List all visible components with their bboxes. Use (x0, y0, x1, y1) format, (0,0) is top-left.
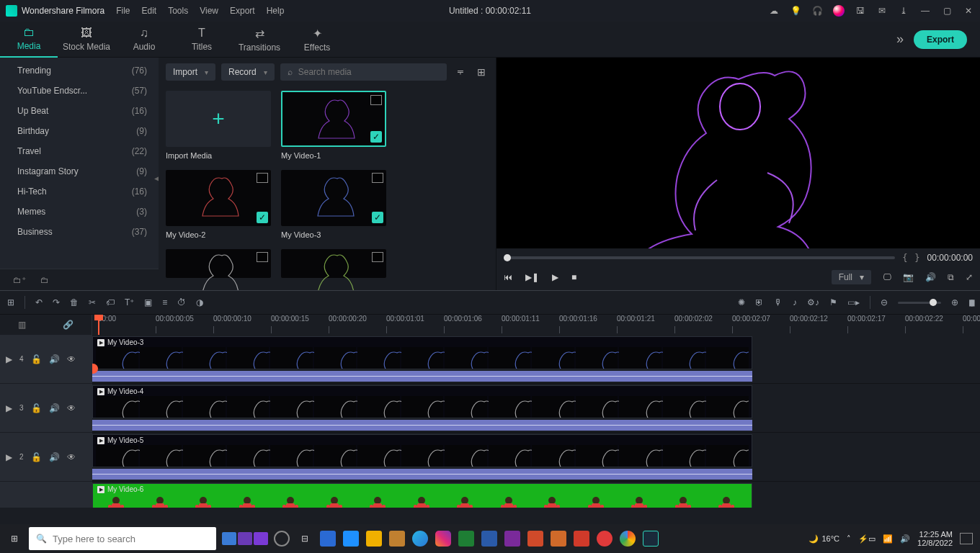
visibility-icon[interactable]: 👁 (67, 354, 76, 364)
wifi-icon[interactable]: 📶 (883, 534, 893, 544)
filter-icon[interactable]: ⫧ (453, 66, 468, 78)
cloud-icon[interactable]: ☁ (768, 5, 780, 17)
store-icon[interactable] (389, 531, 405, 547)
save-icon[interactable]: 🖫 (855, 5, 866, 17)
sidebar-item[interactable]: YouTube Endscr...(57) (0, 81, 159, 101)
scrub-track[interactable] (504, 256, 895, 259)
lock-icon[interactable]: 🔓 (31, 452, 42, 462)
mute-icon[interactable]: 🔊 (49, 403, 60, 413)
mixer-icon[interactable]: ⚙♪ (807, 297, 819, 307)
instagram-icon[interactable] (435, 531, 451, 547)
track-toggle-icon[interactable]: ▶ (6, 354, 12, 364)
equalizer-icon[interactable]: ≡ (162, 297, 167, 307)
zoom-slider[interactable] (898, 302, 941, 304)
visibility-icon[interactable]: 👁 (67, 403, 76, 413)
search-input[interactable] (298, 67, 440, 77)
sidebar-item[interactable]: Business(37) (0, 222, 159, 242)
import-dropdown[interactable]: Import ▾ (166, 63, 215, 81)
track-body[interactable]: ▶My Video-3 (92, 335, 980, 384)
edge-icon[interactable] (412, 531, 428, 547)
stop-icon[interactable]: ■ (571, 272, 576, 282)
step-back-icon[interactable]: ⏮ (504, 272, 512, 282)
more-panels-icon[interactable]: » (896, 32, 904, 47)
maximize-icon[interactable]: ▢ (941, 5, 953, 17)
message-icon[interactable]: ✉ (876, 5, 888, 17)
tab-audio[interactable]: ♫ Audio (115, 27, 173, 52)
link-icon[interactable]: 🔗 (63, 320, 74, 330)
tips-icon[interactable]: 💡 (790, 5, 801, 17)
close-icon[interactable]: ✕ (963, 5, 974, 17)
play-icon[interactable]: ▶ (552, 272, 558, 282)
taskbar-pin[interactable] (238, 532, 252, 545)
taskbar-pin[interactable] (254, 532, 268, 545)
cut-icon[interactable]: ✂ (89, 297, 96, 307)
visibility-icon[interactable]: 👁 (67, 452, 76, 462)
delete-icon[interactable]: 🗑 (70, 297, 79, 307)
taskbar-search-input[interactable] (53, 534, 209, 544)
media-thumbnail[interactable] (166, 249, 271, 278)
undo-icon[interactable]: ↶ (35, 297, 43, 307)
shield-icon[interactable]: ⛨ (755, 297, 764, 307)
lock-icon[interactable]: 🔓 (31, 354, 42, 364)
download-icon[interactable]: ⤓ (898, 5, 909, 17)
text-add-icon[interactable]: T⁺ (125, 297, 134, 307)
menu-tools[interactable]: Tools (168, 6, 188, 16)
account-avatar-icon[interactable] (833, 5, 845, 17)
track-toggle-icon[interactable]: ▶ (6, 452, 12, 462)
minimize-icon[interactable]: ― (919, 5, 931, 17)
music-icon[interactable]: ♪ (793, 297, 797, 307)
speed-icon[interactable]: ⏱ (177, 297, 186, 307)
tab-media[interactable]: 🗀 Media (0, 22, 58, 58)
track-body[interactable]: ▶My Video-5 (92, 433, 980, 482)
display-icon[interactable]: 🖵 (883, 272, 891, 282)
export-button[interactable]: Export (914, 30, 967, 49)
menu-file[interactable]: File (116, 6, 130, 16)
color-icon[interactable]: ◑ (196, 297, 203, 307)
sidebar-item[interactable]: Travel(22) (0, 141, 159, 161)
powerpoint-icon[interactable] (574, 531, 589, 547)
explorer-icon[interactable] (366, 531, 382, 547)
collapse-sidebar-icon[interactable]: ◀ (154, 174, 159, 182)
menu-edit[interactable]: Edit (142, 6, 157, 16)
menu-help[interactable]: Help (267, 6, 285, 16)
audio-strip[interactable] (92, 371, 752, 382)
task-view-icon[interactable]: ⊟ (297, 531, 313, 547)
media-thumbnail[interactable]: ✓My Video-2 (166, 170, 271, 239)
timeline-clip[interactable]: ▶My Video-6 (92, 483, 752, 508)
zoom-out-icon[interactable]: ⊖ (881, 297, 888, 307)
playhead[interactable] (98, 315, 99, 335)
lock-icon[interactable]: 🔓 (31, 403, 42, 413)
menu-view[interactable]: View (200, 6, 218, 16)
sidebar-item[interactable]: Memes(3) (0, 202, 159, 222)
track-body[interactable]: ▶My Video-4 (92, 384, 980, 433)
mic-icon[interactable]: 🎙 (774, 297, 783, 307)
layout-icon[interactable]: ⊞ (7, 297, 14, 307)
menu-export[interactable]: Export (230, 6, 255, 16)
timeline-clip[interactable]: ▶My Video-5 (92, 434, 752, 467)
new-folder-icon[interactable]: 🗀⁺ (13, 275, 26, 285)
redo-icon[interactable]: ↷ (53, 297, 60, 307)
preview-quality-select[interactable]: Full ▾ (832, 270, 871, 284)
notifications-icon[interactable] (960, 533, 973, 544)
filmora-icon[interactable] (643, 531, 659, 547)
media-thumbnail[interactable] (281, 249, 386, 278)
sidebar-item[interactable]: Trending(76) (0, 60, 159, 81)
sidebar-item[interactable]: Hi-Tech(16) (0, 181, 159, 202)
media-thumbnail[interactable]: ✓My Video-3 (281, 170, 386, 239)
import-media-tile[interactable]: +Import Media (166, 91, 271, 160)
mail-icon[interactable] (343, 531, 359, 547)
access-icon[interactable] (527, 531, 543, 547)
battery-icon[interactable]: ⚡▭ (858, 534, 876, 544)
open-folder-icon[interactable]: 🗀 (40, 275, 49, 285)
mute-icon[interactable]: 🔊 (49, 354, 60, 364)
audio-strip[interactable] (92, 420, 752, 431)
sidebar-item[interactable]: Birthday(9) (0, 121, 159, 141)
sidebar-item[interactable]: Up Beat(16) (0, 101, 159, 121)
timeline-clip[interactable]: ▶My Video-4 (92, 385, 752, 418)
mark-out-icon[interactable]: } (914, 253, 919, 263)
marker-icon[interactable]: ⚑ (829, 297, 837, 307)
support-icon[interactable]: 🎧 (811, 5, 823, 17)
scrub-thumb[interactable] (504, 254, 511, 261)
tab-effects[interactable]: ✦ Effects (288, 27, 346, 53)
sidebar-item[interactable]: Instagram Story(9) (0, 161, 159, 181)
